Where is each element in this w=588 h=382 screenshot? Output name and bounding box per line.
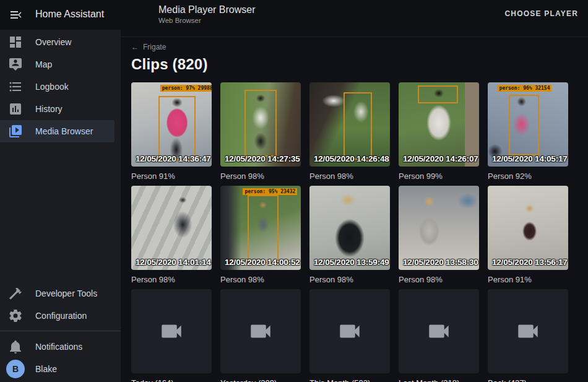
detection-bbox bbox=[509, 95, 539, 155]
detection-bbox bbox=[418, 85, 458, 103]
clip-caption: Person 92% bbox=[488, 171, 568, 182]
detection-label: person: 96% 32154 bbox=[498, 85, 552, 92]
clip-thumbnail[interactable]: person: 96% 32154 12/05/2020 14:05:17 bbox=[488, 82, 568, 167]
choose-player-button[interactable]: CHOOSE PLAYER bbox=[504, 9, 578, 18]
clip-thumbnail[interactable]: person: 97% 29988 12/05/2020 14:36:47 bbox=[131, 82, 212, 167]
sidebar-item-media-browser[interactable]: Media Browser bbox=[0, 120, 115, 142]
folder-card-this-month: This Month (502) bbox=[309, 289, 390, 382]
clip-caption: Person 99% bbox=[399, 171, 479, 182]
folder-thumbnail[interactable] bbox=[220, 289, 301, 373]
clip-card: person: 95% 23432 12/05/2020 14:00:52 Pe… bbox=[220, 186, 301, 285]
folder-card-back: Back (427) bbox=[488, 289, 568, 382]
breadcrumb-label: Frigate bbox=[143, 43, 166, 51]
folder-thumbnail[interactable] bbox=[131, 289, 212, 373]
clip-caption: Person 98% bbox=[220, 171, 301, 182]
media-browser-content: ← Frigate Clips (820) person: 97% 29988 … bbox=[121, 30, 588, 382]
folder-caption: This Month (502) bbox=[309, 378, 390, 382]
page-title: Media Player Browser bbox=[158, 4, 256, 16]
folder-thumbnail[interactable] bbox=[488, 289, 568, 373]
sidebar-item-label: Notifications bbox=[35, 342, 82, 352]
bell-icon bbox=[8, 339, 23, 354]
detection-label: person: 97% 29988 bbox=[160, 85, 212, 92]
user-name: Blake bbox=[35, 364, 57, 374]
sidebar-item-history[interactable]: History bbox=[0, 98, 115, 120]
video-camera-icon bbox=[515, 318, 541, 344]
clip-timestamp: 12/05/2020 14:05:17 bbox=[492, 154, 568, 163]
clip-caption: Person 91% bbox=[131, 171, 212, 182]
folder-caption: Last Month (318) bbox=[399, 378, 479, 382]
clip-card: 12/05/2020 14:26:07 Person 99% bbox=[399, 82, 479, 182]
clip-caption: Person 98% bbox=[309, 171, 390, 182]
folder-thumbnail[interactable] bbox=[309, 289, 390, 373]
clip-caption: Person 98% bbox=[131, 274, 212, 285]
clip-timestamp: 12/05/2020 13:56:17 bbox=[492, 258, 568, 267]
folder-card-today: Today (164) bbox=[131, 289, 212, 382]
back-arrow-icon: ← bbox=[131, 43, 139, 51]
page-section-title: Clips (820) bbox=[131, 56, 578, 73]
dashboard-icon bbox=[8, 35, 23, 50]
sidebar-item-label: History bbox=[35, 104, 63, 114]
folder-caption: Yesterday (209) bbox=[220, 378, 301, 382]
folder-caption: Today (164) bbox=[131, 378, 212, 382]
sidebar-item-configuration[interactable]: Configuration bbox=[0, 305, 115, 327]
clip-card: 12/05/2020 14:01:14 Person 98% bbox=[131, 186, 212, 285]
clip-timestamp: 12/05/2020 14:01:14 bbox=[136, 258, 211, 267]
header-divider bbox=[121, 30, 588, 37]
clip-timestamp: 12/05/2020 14:27:35 bbox=[225, 154, 300, 163]
clip-card: 12/05/2020 13:59:49 Person 98% bbox=[309, 186, 390, 285]
clip-timestamp: 12/05/2020 13:59:49 bbox=[314, 258, 389, 267]
clip-thumbnail[interactable]: person: 95% 23432 12/05/2020 14:00:52 bbox=[220, 186, 301, 270]
clip-thumbnail[interactable]: 12/05/2020 13:59:49 bbox=[309, 186, 390, 270]
folder-card-last-month: Last Month (318) bbox=[399, 289, 479, 382]
sidebar-item-user[interactable]: B Blake bbox=[0, 358, 115, 380]
page-header: Media Player Browser Web Browser bbox=[158, 4, 256, 25]
sidebar-divider bbox=[0, 331, 121, 331]
clip-thumbnail[interactable]: 12/05/2020 14:27:35 bbox=[220, 82, 301, 167]
breadcrumb-back[interactable]: ← Frigate bbox=[131, 43, 166, 51]
sidebar-item-label: Logbook bbox=[35, 82, 69, 92]
folder-caption: Back (427) bbox=[488, 378, 568, 382]
clip-thumbnail[interactable]: 12/05/2020 13:56:17 bbox=[488, 186, 568, 270]
sidebar-item-logbook[interactable]: Logbook bbox=[0, 76, 115, 98]
clip-caption: Person 98% bbox=[399, 274, 479, 285]
clip-timestamp: 12/05/2020 14:26:48 bbox=[314, 154, 389, 163]
sidebar-item-label: Configuration bbox=[35, 311, 87, 321]
clip-card: person: 97% 29988 12/05/2020 14:36:47 Pe… bbox=[131, 82, 212, 182]
clip-timestamp: 12/05/2020 14:00:52 bbox=[225, 258, 300, 267]
video-camera-icon bbox=[248, 318, 274, 344]
detection-bbox bbox=[244, 90, 277, 156]
video-camera-icon bbox=[158, 318, 184, 344]
clip-thumbnail[interactable]: 12/05/2020 14:26:48 bbox=[309, 82, 390, 167]
sidebar-item-overview[interactable]: Overview bbox=[0, 31, 115, 53]
clip-timestamp: 12/05/2020 14:36:47 bbox=[136, 154, 211, 163]
clips-grid: person: 97% 29988 12/05/2020 14:36:47 Pe… bbox=[131, 82, 578, 382]
detection-label: person: 95% 23432 bbox=[243, 188, 297, 195]
sidebar: Overview Map Logbook History Media Brows… bbox=[0, 30, 121, 382]
video-camera-icon bbox=[426, 318, 452, 344]
clip-timestamp: 12/05/2020 13:58:30 bbox=[403, 258, 478, 267]
gear-icon bbox=[8, 308, 23, 323]
sidebar-toggle-icon[interactable] bbox=[9, 7, 24, 22]
sidebar-item-map[interactable]: Map bbox=[0, 53, 115, 76]
clip-card: 12/05/2020 14:26:48 Person 98% bbox=[309, 82, 390, 182]
map-account-icon bbox=[8, 57, 23, 72]
sidebar-item-label: Developer Tools bbox=[35, 289, 97, 298]
clip-thumbnail[interactable]: 12/05/2020 14:01:14 bbox=[131, 186, 212, 270]
chart-box-icon bbox=[8, 102, 23, 116]
sidebar-item-notifications[interactable]: Notifications bbox=[0, 336, 115, 358]
detection-bbox bbox=[248, 195, 278, 263]
sidebar-item-label: Media Browser bbox=[35, 126, 93, 136]
clip-card: 12/05/2020 14:27:35 Person 98% bbox=[220, 82, 301, 182]
clip-card: 12/05/2020 13:56:17 Person 91% bbox=[488, 186, 568, 285]
clip-thumbnail[interactable]: 12/05/2020 13:58:30 bbox=[399, 186, 479, 270]
folder-thumbnail[interactable] bbox=[399, 289, 479, 373]
list-icon bbox=[8, 79, 23, 94]
sidebar-spacer bbox=[0, 142, 121, 282]
hammer-icon bbox=[8, 286, 23, 301]
clip-caption: Person 98% bbox=[220, 274, 301, 285]
clip-thumbnail[interactable]: 12/05/2020 14:26:07 bbox=[399, 82, 479, 167]
folder-card-yesterday: Yesterday (209) bbox=[220, 289, 301, 382]
play-box-multiple-icon bbox=[8, 124, 23, 139]
sidebar-item-developer-tools[interactable]: Developer Tools bbox=[0, 282, 115, 305]
clip-timestamp: 12/05/2020 14:26:07 bbox=[403, 154, 478, 163]
